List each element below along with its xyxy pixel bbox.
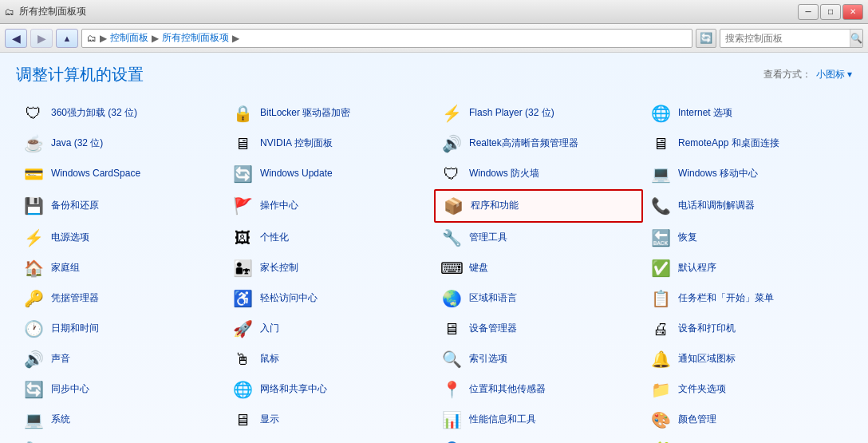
control-item[interactable]: 🖥设备管理器: [434, 314, 643, 344]
item-label: 恢复: [678, 231, 697, 244]
control-item[interactable]: 📋任务栏和「开始」菜单: [643, 283, 852, 314]
maximize-button[interactable]: □: [820, 4, 841, 20]
control-item[interactable]: 🌏区域和语言: [434, 283, 643, 314]
control-item[interactable]: 🔒BitLocker 驱动器加密: [225, 98, 434, 129]
item-icon: 🖥: [231, 439, 254, 443]
control-item[interactable]: 🎨颜色管理: [643, 405, 852, 435]
control-item[interactable]: 💻Windows 移动中心: [643, 159, 852, 189]
breadcrumb-controlpanel[interactable]: 控制面板: [110, 31, 148, 45]
control-item[interactable]: ⌨键盘: [434, 253, 643, 283]
control-item[interactable]: 🔧管理工具: [434, 223, 643, 253]
item-icon: 🖼: [231, 227, 254, 249]
control-item[interactable]: ⚡Flash Player (32 位): [434, 98, 643, 129]
control-item[interactable]: 🛡360强力卸载 (32 位): [16, 98, 225, 129]
search-icon[interactable]: 🔍: [850, 30, 862, 47]
item-icon: 🔑: [22, 287, 45, 310]
item-icon: 🔍: [440, 348, 463, 370]
item-label: 位置和其他传感器: [469, 383, 546, 396]
control-item[interactable]: 🔑凭据管理器: [16, 283, 225, 314]
item-label: 凭据管理器: [51, 292, 99, 305]
item-icon: ♿: [231, 287, 254, 310]
item-icon: 🛡: [22, 102, 45, 125]
item-icon: 📊: [440, 409, 463, 431]
item-icon: ⚡: [22, 227, 45, 249]
control-item[interactable]: 🖥RemoteApp 和桌面连接: [643, 129, 852, 159]
up-button[interactable]: ▲: [56, 29, 78, 48]
control-item[interactable]: 📍位置和其他传感器: [434, 374, 643, 405]
control-item[interactable]: 🖥显示: [225, 405, 434, 435]
control-item[interactable]: ☕Java (32 位): [16, 129, 225, 159]
control-item[interactable]: 💻系统: [16, 405, 225, 435]
title-bar-left: 🗂 所有控制面板项: [5, 5, 86, 18]
item-label: 网络和共享中心: [260, 383, 327, 396]
item-label: 备份和还原: [51, 200, 99, 212]
control-item[interactable]: ✅默认程序: [643, 253, 852, 283]
view-value-button[interactable]: 小图标 ▾: [816, 68, 852, 81]
breadcrumb-all-items[interactable]: 所有控制面板项: [162, 31, 229, 45]
control-item[interactable]: 👤用户账户: [434, 435, 643, 443]
search-input[interactable]: [720, 33, 850, 44]
item-label: 日期和时间: [51, 322, 99, 335]
item-label: 通知区域图标: [678, 353, 736, 366]
control-item[interactable]: 🌐Internet 选项: [643, 98, 852, 129]
control-item[interactable]: 🖥NVIDIA 控制面板: [225, 129, 434, 159]
refresh-button[interactable]: 🔄: [696, 29, 716, 48]
item-label: 电源选项: [51, 231, 89, 244]
control-item[interactable]: 🖥英特尔® 核芯显卡: [225, 435, 434, 443]
control-item[interactable]: 🔧疑难解答: [16, 435, 225, 443]
item-icon: 🌐: [231, 378, 254, 401]
item-label: 区域和语言: [469, 292, 517, 305]
control-item[interactable]: ⚡电源选项: [16, 223, 225, 253]
window-icon: 🗂: [5, 6, 14, 18]
control-item[interactable]: 📞电话和调制解调器: [643, 189, 852, 223]
main-content: 调整计算机的设置 查看方式： 小图标 ▾ 🛡360强力卸载 (32 位)🔒Bit…: [0, 53, 868, 443]
control-item[interactable]: 🚩操作中心: [225, 189, 434, 223]
item-icon: 🖱: [231, 348, 254, 370]
control-item[interactable]: 📦程序和功能: [434, 189, 643, 223]
item-label: 360强力卸载 (32 位): [51, 107, 137, 120]
control-item[interactable]: 🌐网络和共享中心: [225, 374, 434, 405]
item-icon: 🔧: [440, 227, 463, 249]
item-icon: 🖥: [649, 133, 672, 155]
minimize-button[interactable]: ─: [798, 4, 819, 20]
control-item[interactable]: 🖱鼠标: [225, 344, 434, 374]
control-item[interactable]: 🏠家庭组: [16, 253, 225, 283]
control-item[interactable]: 🔄同步中心: [16, 374, 225, 405]
forward-button[interactable]: ▶: [30, 29, 53, 48]
item-icon: 💻: [649, 163, 672, 185]
back-button[interactable]: ◀: [5, 29, 27, 48]
item-label: Windows Update: [260, 168, 333, 180]
control-item[interactable]: ♿轻松访问中心: [225, 283, 434, 314]
control-item[interactable]: 🔔通知区域图标: [643, 344, 852, 374]
item-label: 管理工具: [469, 231, 507, 244]
close-button[interactable]: ✕: [842, 4, 863, 20]
control-item[interactable]: 👨‍👧家长控制: [225, 253, 434, 283]
control-item[interactable]: 🚀入门: [225, 314, 434, 344]
item-icon: 🚀: [231, 318, 254, 340]
control-item[interactable]: 📁文件夹选项: [643, 374, 852, 405]
control-item[interactable]: 🛡Windows 防火墙: [434, 159, 643, 189]
control-item[interactable]: 🔍索引选项: [434, 344, 643, 374]
control-item[interactable]: 📊性能信息和工具: [434, 405, 643, 435]
control-item[interactable]: 🔊Realtek高清晰音频管理器: [434, 129, 643, 159]
item-icon: 🖨: [649, 318, 672, 340]
control-item[interactable]: 🔙恢复: [643, 223, 852, 253]
item-label: 系统: [51, 413, 70, 426]
page-header: 调整计算机的设置 查看方式： 小图标 ▾: [0, 53, 868, 93]
control-item[interactable]: 🔊声音: [16, 344, 225, 374]
item-icon: 🌏: [440, 287, 463, 310]
item-icon: 🔊: [22, 348, 45, 370]
control-item[interactable]: 🖨设备和打印机: [643, 314, 852, 344]
search-box: 🔍: [720, 29, 863, 48]
view-control: 查看方式： 小图标 ▾: [763, 68, 852, 81]
item-icon: 🖥: [231, 133, 254, 155]
control-item[interactable]: 🖼个性化: [225, 223, 434, 253]
item-label: 声音: [51, 353, 70, 366]
control-item[interactable]: 🧩桌面小工具: [643, 435, 852, 443]
item-label: NVIDIA 控制面板: [260, 137, 333, 150]
control-item[interactable]: 💾备份和还原: [16, 189, 225, 223]
control-item[interactable]: 🕐日期和时间: [16, 314, 225, 344]
control-item[interactable]: 💳Windows CardSpace: [16, 159, 225, 189]
page-title: 调整计算机的设置: [16, 64, 144, 85]
control-item[interactable]: 🔄Windows Update: [225, 159, 434, 189]
